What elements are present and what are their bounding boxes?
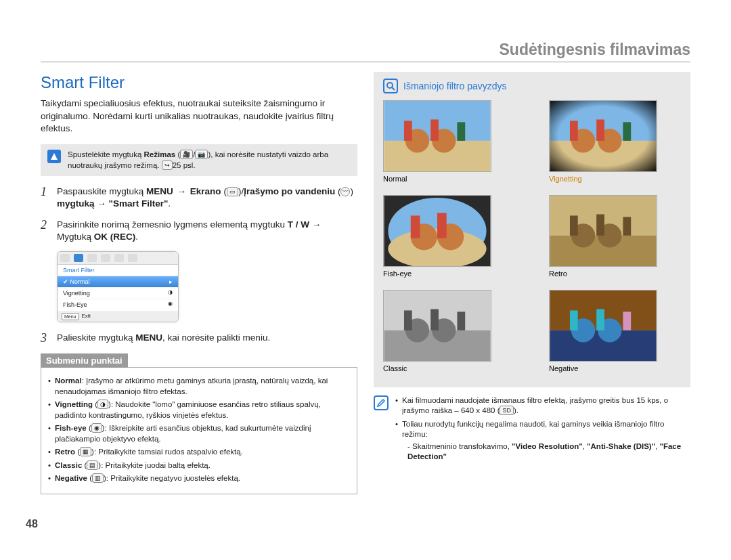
svg-line-2	[392, 87, 395, 90]
item-negative: Negative (▥): Pritaikykite negatyvo juos…	[48, 473, 350, 484]
photo-mode-icon: 📷	[195, 150, 208, 159]
pencil-icon	[374, 395, 389, 410]
example-box: Išmaniojo filtro pavyzdys Normal Vignett…	[374, 72, 690, 387]
right-column: Išmaniojo filtro pavyzdys Normal Vignett…	[374, 72, 690, 494]
note-text: Spustelėkite mygtuką Režimas (🎥/📷), kai …	[68, 150, 351, 171]
tip-1: Kai filmuodami naudojate išmanaus filtro…	[395, 395, 690, 416]
thumb-retro: Retro	[549, 195, 681, 283]
thumb-normal: Normal	[383, 100, 515, 188]
mini-tabs	[58, 252, 178, 265]
svg-rect-8	[430, 119, 439, 140]
thumb-classic: Classic	[383, 290, 515, 378]
svg-rect-7	[404, 121, 412, 140]
mini-exit-bar: Menu Exit	[58, 311, 178, 322]
left-column: Smart Filter Taikydami specialiuosius ef…	[41, 72, 357, 494]
svg-rect-29	[570, 215, 578, 235]
tip-2: Toliau nurodytų funkcijų negalima naudot…	[395, 419, 690, 462]
svg-rect-9	[457, 122, 465, 140]
chapter-title: Sudėtingesnis filmavimas	[41, 41, 690, 62]
svg-rect-43	[570, 310, 578, 330]
item-fisheye: Fish-eye (◉): Iškreipkite arti esančius …	[48, 423, 350, 444]
svg-rect-30	[596, 214, 604, 235]
svg-point-1	[387, 83, 393, 88]
magnifier-icon	[383, 79, 398, 93]
sd-icon: SD	[500, 406, 514, 415]
thumb-fisheye: Fish-eye	[383, 195, 515, 283]
intro-paragraph: Taikydami specialiuosius efektus, nuotra…	[41, 98, 357, 135]
svg-rect-45	[623, 311, 631, 330]
negative-icon: ▥	[92, 473, 104, 483]
svg-rect-24	[437, 213, 447, 238]
svg-rect-17	[550, 101, 657, 171]
item-vignetting: Vignetting (◑): Naudokite "lomo" gaminiu…	[48, 400, 350, 421]
camera-menu-screenshot: Smart Filter ✔ Normal▸ Vignetting◑ Fish-…	[57, 251, 179, 322]
item-normal: Normal: Įrašymo ar atkūrimo metu gaminys…	[48, 376, 350, 397]
thumb-negative: Negative	[549, 290, 681, 378]
fisheye-icon: ◉	[91, 423, 102, 433]
submenu-section: Submeniu punktai Normal: Įrašymo ar atkū…	[41, 353, 357, 494]
item-classic: Classic (▤): Pritaikykite juodai baltą e…	[48, 460, 350, 471]
item-retro: Retro (▦): Pritaikykite tamsiai rudos at…	[48, 447, 350, 458]
mini-menu-title: Smart Filter	[58, 265, 178, 276]
svg-rect-38	[457, 311, 465, 330]
svg-rect-23	[411, 215, 420, 238]
underwater-icon: 〰	[340, 187, 350, 196]
note-icon	[47, 150, 61, 163]
mini-tab-active	[74, 254, 83, 262]
svg-rect-31	[623, 217, 631, 235]
thumb-vignetting: Vignetting	[549, 100, 681, 188]
manual-page: Sudėtingesnis filmavimas Smart Filter Ta…	[0, 0, 731, 560]
step-2: 2 Pasirinkite norimą žemesnio lygmens el…	[41, 219, 357, 243]
svg-rect-44	[596, 309, 604, 330]
submenu-list: Normal: Įrašymo ar atkūrimo metu gaminys…	[48, 376, 350, 484]
screen-icon: ▭	[227, 187, 238, 196]
example-heading-row: Išmaniojo filtro pavyzdys	[383, 79, 681, 93]
mini-row-fisheye: Fish-Eye◉	[58, 299, 178, 311]
vignetting-icon: ◑	[97, 400, 108, 409]
svg-marker-0	[51, 153, 58, 160]
mini-row-vignetting: Vignetting◑	[58, 288, 178, 299]
retro-icon: ▦	[80, 447, 91, 456]
tip-2-dash: Skaitmeninio transfokavimo, "Video Resol…	[407, 441, 690, 462]
step-3: 3 Palieskite mygtuką MENU, kai norėsite …	[41, 332, 357, 345]
step-1: 1 Paspauskite mygtuką MENU → Ekrano (▭)/…	[41, 186, 357, 210]
mini-row-normal: ✔ Normal▸	[58, 276, 178, 288]
thumbnail-grid: Normal Vignetting Fish-eye Retro	[383, 100, 681, 378]
section-heading: Smart Filter	[41, 72, 357, 93]
classic-icon: ▤	[87, 460, 98, 470]
svg-rect-37	[430, 309, 439, 330]
page-number: 48	[26, 518, 38, 530]
svg-rect-36	[404, 310, 412, 330]
steps-list: 1 Paspauskite mygtuką MENU → Ekrano (▭)/…	[41, 186, 357, 243]
tip-box: Kai filmuodami naudojate išmanaus filtro…	[374, 395, 690, 465]
page-ref-icon: ↪	[162, 160, 173, 170]
submenu-heading: Submeniu punktai	[41, 353, 128, 368]
example-heading: Išmaniojo filtro pavyzdys	[403, 80, 507, 93]
mode-note-box: Spustelėkite mygtuką Režimas (🎥/📷), kai …	[41, 144, 357, 176]
movie-mode-icon: 🎥	[180, 150, 193, 159]
